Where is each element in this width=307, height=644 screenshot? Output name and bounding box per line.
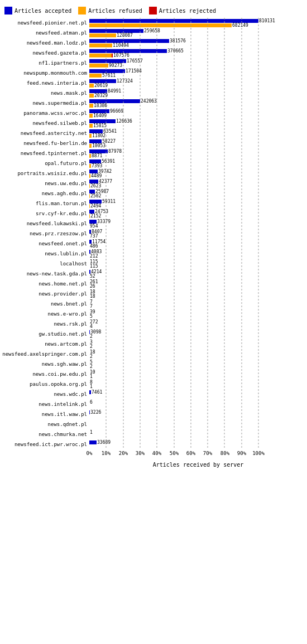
bar-accepted-label: 171504: [126, 69, 142, 74]
bar-accepted-row: 171504: [89, 69, 142, 73]
x-tick-label: 30%: [136, 451, 145, 456]
bar-accepted-row: 127324: [89, 79, 133, 83]
table-row: newsfeed.axelspringer.com.pl182: [0, 349, 307, 359]
bar-accepted-label: 59311: [102, 199, 116, 204]
bar-refused-row: 20329: [89, 94, 121, 98]
bar-refused-label: 107576: [113, 53, 129, 58]
row-label: newspump.monmouth.com: [0, 70, 89, 76]
bars-wrapper: 7461: [89, 390, 102, 399]
table-row: newsfeed.man.lodz.pl381576110494: [0, 38, 307, 48]
x-tick-label: 40%: [152, 451, 161, 456]
bar-refused: [89, 64, 108, 67]
bar-accepted-row: 10: [89, 370, 95, 374]
bars-wrapper: 259872502: [89, 190, 109, 198]
bar-area: 381576110494: [89, 38, 307, 48]
bar-accepted-row: 63541: [89, 129, 117, 133]
row-label: opal.futuro.pl: [0, 161, 89, 166]
bar-accepted: [89, 69, 125, 73]
bar-refused-row: 7: [89, 304, 93, 308]
bar-refused-label: 7: [90, 304, 93, 309]
bar-area: 5822710053: [89, 138, 307, 148]
bar-refused-row: [89, 435, 93, 439]
bars-wrapper: 3226: [89, 410, 101, 419]
table-row: newsfeed.pionier.net.pl810131682149: [0, 18, 307, 28]
bar-refused-label: 128087: [117, 33, 133, 38]
table-row: news.lublin.pl4083212: [0, 249, 307, 259]
bar-accepted: [89, 89, 107, 93]
bar-area: 26126: [89, 279, 307, 289]
x-tick-label: 60%: [186, 451, 195, 456]
bar-refused-row: 11802: [89, 134, 117, 138]
bar-accepted: [89, 210, 94, 214]
legend-refused-box: [78, 7, 86, 14]
bar-area: 259658128087: [89, 28, 307, 38]
x-tick-label: 50%: [170, 451, 179, 456]
bar-accepted-row: 8: [89, 380, 93, 384]
bar-refused: [89, 154, 91, 158]
table-row: feed.news.interia.pl12732420619: [0, 78, 307, 88]
bar-refused: [89, 74, 102, 78]
bar-refused-row: 57611: [89, 74, 142, 78]
bar-accepted-row: 810131: [89, 19, 275, 23]
bar-accepted-row: 272: [89, 320, 98, 324]
bar-area: 370665107576: [89, 48, 307, 58]
table-row: news-new.task.gda.pl421452: [0, 269, 307, 279]
bar-accepted: [89, 390, 91, 394]
bar-accepted-row: 176557: [89, 59, 143, 63]
bars-wrapper: 8499120329: [89, 89, 121, 98]
bars-wrapper: 32: [89, 340, 93, 348]
bars-wrapper: 381576110494: [89, 39, 186, 47]
bar-accepted-row: 8407: [89, 230, 102, 234]
bars-wrapper: 247532152: [89, 210, 108, 218]
bar-refused-label: 954: [90, 224, 98, 229]
bar-area: 81: [89, 379, 307, 389]
bar-refused-row: 8871: [89, 154, 122, 158]
bar-accepted-label: 1: [90, 430, 93, 435]
bar-refused-label: 2152: [90, 214, 101, 219]
bar-area: 24206318386: [89, 98, 307, 108]
bar-area: 6354111802: [89, 128, 307, 138]
bar-area: 3226: [89, 409, 307, 419]
bar-area: 8499120329: [89, 88, 307, 98]
bars-wrapper: 879788871: [89, 149, 122, 158]
bar-accepted-label: 370665: [167, 49, 184, 54]
bar-refused: [89, 164, 91, 168]
bar-refused: [89, 204, 90, 208]
bar-area: 182: [89, 349, 307, 359]
table-row: paulus.opoka.org.pl81: [0, 379, 307, 389]
bars-wrapper: 423772623: [89, 180, 112, 188]
bars-wrapper: 24206318386: [89, 99, 157, 108]
x-axis-label: Articles received by server: [89, 462, 307, 468]
bar-accepted-label: 3226: [90, 410, 101, 415]
chart-container: Articles accepted Articles refused Artic…: [0, 0, 307, 485]
bar-accepted: [89, 109, 109, 113]
row-label: paulus.opoka.org.pl: [0, 381, 89, 387]
bar-refused-row: 20619: [89, 84, 133, 88]
bar-area: 2724: [89, 319, 307, 329]
bar-accepted: [89, 240, 92, 244]
bar-accepted: [89, 39, 169, 43]
row-label: news.uw.edu.pl: [0, 181, 89, 186]
bar-refused: [89, 94, 94, 98]
bar-refused: [89, 184, 90, 188]
bar-area: 7461: [89, 389, 307, 399]
bar-refused-row: 2: [89, 345, 93, 348]
bar-refused-row: 18386: [89, 104, 157, 108]
bar-accepted-row: 126636: [89, 119, 132, 123]
bars-wrapper: 17655790273: [89, 59, 143, 67]
bar-accepted: [89, 129, 103, 133]
bar-area: 115115: [89, 259, 307, 269]
bar-area: 17150457611: [89, 68, 307, 78]
table-row: news.itl.waw.pl3226: [0, 409, 307, 419]
bars-wrapper: 8407737: [89, 230, 102, 238]
bar-refused-label: 1: [90, 384, 93, 389]
bar-accepted-label: 6: [90, 400, 93, 405]
row-label: news.supermedia.pl: [0, 100, 89, 106]
bar-accepted: [89, 270, 90, 274]
bars-wrapper: 30982: [89, 330, 101, 338]
bar-refused: [89, 174, 90, 178]
bar-accepted: [89, 29, 143, 33]
x-tick-label: 100%: [252, 451, 265, 456]
row-label: news.intelink.pl: [0, 401, 89, 407]
bar-area: 4083212: [89, 249, 307, 259]
